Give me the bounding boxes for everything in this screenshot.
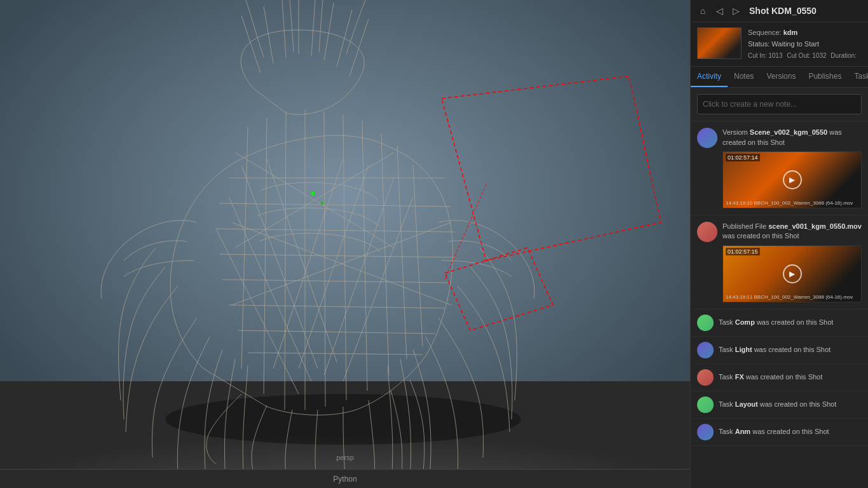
duration-label: Duration:: [831, 52, 857, 59]
tabs: Activity Notes Versions Publishes Tasks: [691, 67, 868, 88]
task-text-light: Task Light was created on this Shot: [719, 345, 831, 355]
wireframe-viewport: [0, 0, 690, 488]
right-panel: ⌂ ◁ ▷ Shot KDM_0550 Sequence: kdm Status…: [690, 0, 868, 488]
video-timecode-2: 01:02:57:15: [726, 248, 760, 255]
video-play-btn-2[interactable]: ▶: [783, 264, 802, 283]
tab-activity[interactable]: Activity: [691, 67, 728, 87]
svg-rect-34: [321, 202, 323, 205]
cut-in-label: Cut In:: [748, 52, 766, 59]
shot-thumbnail[interactable]: [697, 27, 742, 59]
video-play-btn-1[interactable]: ▶: [783, 170, 802, 189]
tab-notes[interactable]: Notes: [728, 67, 760, 87]
status-value: Waiting to Start: [771, 40, 819, 48]
activity-text-published: Published File scene_v001_kgm_0550.mov w…: [722, 222, 862, 241]
task-text-anm: Task Anm was created on this Shot: [719, 427, 829, 437]
bottom-bar: Python: [0, 469, 690, 488]
home-icon[interactable]: ⌂: [697, 5, 709, 17]
cut-out-value: 1032: [812, 52, 826, 59]
main-container: persp Python ⌂ ◁ ▷ Shot KDM_0550 Sequenc…: [0, 0, 868, 488]
shot-meta: Sequence: kdm Status: Waiting to Start C…: [748, 27, 862, 61]
sequence-value: kdm: [783, 29, 798, 36]
task-item-light: Task Light was created on this Shot: [691, 337, 868, 364]
task-item-fx: Task FX was created on this Shot: [691, 364, 868, 391]
avatar-task-fx: [697, 369, 714, 386]
note-input-area: Click to create a new note...: [691, 88, 868, 121]
cut-in-value: 1013: [768, 52, 782, 59]
activity-content-published: Published File scene_v001_kgm_0550.mov w…: [722, 222, 862, 302]
forward-icon[interactable]: ▷: [730, 5, 742, 17]
avatar-task-anm: [697, 424, 714, 440]
back-icon[interactable]: ◁: [714, 5, 725, 17]
video-timecode-1: 01:02:57:14: [726, 154, 760, 161]
task-text-comp: Task Comp was created on this Shot: [719, 318, 833, 327]
avatar-published: [697, 222, 717, 242]
video-bottom-info-2: 14:43:18:11 BBCH_100_002_Warren_3088 (64…: [726, 294, 853, 300]
sequence-label: Sequence:: [748, 29, 782, 36]
tab-publishes[interactable]: Publishes: [802, 67, 848, 87]
task-text-fx: Task FX was created on this Shot: [719, 372, 822, 382]
activity-content-version: Versiom Scene_v002_kgm_0550 was created …: [722, 128, 862, 208]
activity-item-published: Published File scene_v001_kgm_0550.mov w…: [691, 215, 868, 309]
task-item-layout: Task Layout was created on this Shot: [691, 391, 868, 419]
svg-rect-33: [311, 192, 315, 195]
tab-versions[interactable]: Versions: [760, 67, 802, 87]
avatar-task-comp: [697, 315, 714, 331]
shot-info: Sequence: kdm Status: Waiting to Start C…: [691, 22, 868, 67]
avatar-task-light: [697, 342, 714, 358]
tab-tasks[interactable]: Tasks: [848, 67, 868, 87]
panel-title: Shot KDM_0550: [749, 6, 817, 16]
status-label: Status:: [748, 40, 770, 48]
viewport: persp Python: [0, 0, 690, 488]
version-video[interactable]: 01:02:57:14 ▶ 14:43:18:10 BBCH_100_002_W…: [722, 151, 862, 208]
activity-item-version: Versiom Scene_v002_kgm_0550 was created …: [691, 121, 868, 215]
task-text-layout: Task Layout was created on this Shot: [719, 400, 836, 409]
video-bottom-info-1: 14:43:18:10 BBCH_100_002_Warren_3088 (64…: [726, 200, 853, 206]
activity-feed: Versiom Scene_v002_kgm_0550 was created …: [691, 121, 868, 488]
activity-text-version: Versiom Scene_v002_kgm_0550 was created …: [722, 128, 862, 147]
cut-out-label: Cut Out:: [787, 52, 810, 59]
published-video[interactable]: 01:02:57:15 ▶ 14:43:18:11 BBCH_100_002_W…: [722, 245, 862, 302]
note-input-field[interactable]: Click to create a new note...: [697, 94, 862, 114]
task-item-anm: Task Anm was created on this Shot: [691, 419, 868, 446]
python-label: Python: [333, 475, 356, 484]
avatar-task-layout: [697, 396, 714, 413]
panel-header: ⌂ ◁ ▷ Shot KDM_0550: [691, 0, 868, 22]
avatar-version: [697, 128, 717, 148]
viewport-label: persp: [336, 454, 354, 461]
task-item-comp: Task Comp was created on this Shot: [691, 309, 868, 337]
